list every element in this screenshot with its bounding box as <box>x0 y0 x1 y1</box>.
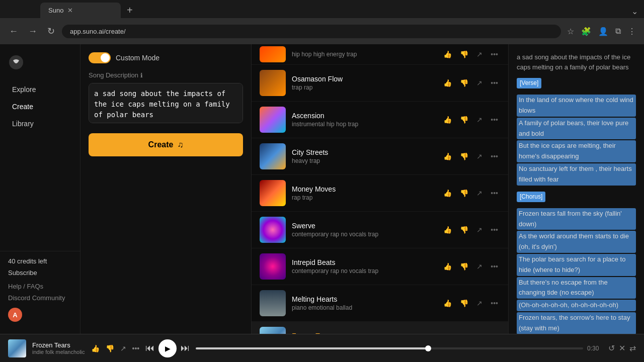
player-controls: ⏮ ▶ ⏭ <box>145 339 190 357</box>
browser-actions: ☆ 🧩 👤 ⧉ ⋮ <box>565 25 638 38</box>
time-display: 0:30 <box>587 345 602 352</box>
player-like-button[interactable]: 👍 <box>91 344 100 352</box>
progress-bar[interactable] <box>196 347 583 349</box>
song-description-textarea[interactable]: a sad song about the impacts of the ice … <box>89 83 243 123</box>
tab-expand-button[interactable]: ⌄ <box>625 5 644 18</box>
profile-button[interactable]: 👤 <box>596 25 610 38</box>
lyrics-line: In the land of snow where the cold wind … <box>517 95 636 117</box>
player-share-button[interactable]: ↗ <box>120 344 126 352</box>
browser-tab-active[interactable]: Suno ✕ <box>40 3 121 18</box>
more-button[interactable]: ••• <box>489 260 500 273</box>
more-button[interactable]: ••• <box>489 297 500 309</box>
new-tab-button[interactable]: + <box>121 3 139 18</box>
dislike-button[interactable]: 👎 <box>458 150 470 162</box>
lyrics-line: But there's no escape from the changing … <box>517 277 636 299</box>
browser-toolbar: ← → ↻ ☆ 🧩 👤 ⧉ ⋮ <box>0 18 644 44</box>
share-button[interactable]: ↗ <box>474 297 485 309</box>
like-button[interactable]: 👍 <box>441 114 454 126</box>
list-item[interactable]: Ascension instrumental hip hop trap 👍 👎 … <box>252 102 508 138</box>
list-item[interactable]: Frozen Tears indie folk melancholic 👍 👎 … <box>252 322 508 334</box>
like-button[interactable]: 👍 <box>441 187 454 199</box>
more-button[interactable]: ••• <box>489 48 500 60</box>
more-button[interactable]: ••• <box>489 150 500 162</box>
sidebar-item-create[interactable]: Create <box>4 99 76 115</box>
sidebar: Explore Create Library 40 credits left S… <box>0 44 80 334</box>
lyrics-line: Frozen tears fall from the sky (fallin' … <box>517 208 636 230</box>
list-item[interactable]: Osamason Flow trap rap 👍 👎 ↗ ••• <box>252 65 508 102</box>
sidebar-item-library[interactable]: Library <box>4 116 76 132</box>
custom-mode-row: Custom Mode <box>89 52 243 63</box>
song-title: Melting Hearts <box>292 295 435 303</box>
song-title: Money Moves <box>292 185 435 193</box>
like-button[interactable]: 👍 <box>441 77 454 89</box>
player-shuffle-button[interactable]: ⇄ <box>629 343 636 353</box>
split-view-button[interactable]: ⧉ <box>613 25 623 38</box>
like-button[interactable]: 👍 <box>441 150 454 162</box>
create-label: Create <box>12 103 33 111</box>
list-item[interactable]: Intrepid Beats contemporary rap no vocal… <box>252 248 508 285</box>
bookmark-button[interactable]: ☆ <box>565 25 576 38</box>
like-button[interactable]: 👍 <box>441 224 454 236</box>
dislike-button[interactable]: 👎 <box>458 77 470 89</box>
help-link[interactable]: Help / FAQs <box>8 283 72 290</box>
dislike-button[interactable]: 👎 <box>458 224 470 236</box>
subscribe-button[interactable]: Subscribe <box>8 269 72 277</box>
like-button[interactable]: 👍 <box>441 297 454 309</box>
library-label: Library <box>12 120 34 128</box>
dislike-button[interactable]: 👎 <box>458 48 470 60</box>
list-item[interactable]: City Streets heavy trap 👍 👎 ↗ ••• <box>252 138 508 175</box>
tab-close-button[interactable]: ✕ <box>67 7 73 14</box>
player-play-button[interactable]: ▶ <box>158 339 177 357</box>
share-button[interactable]: ↗ <box>474 150 485 162</box>
more-button[interactable]: ••• <box>489 187 500 199</box>
extensions-button[interactable]: 🧩 <box>579 25 593 38</box>
back-button[interactable]: ← <box>6 24 21 39</box>
toggle-knob <box>101 53 110 62</box>
list-item[interactable]: hip hop high energy trap 👍 👎 ↗ ••• <box>252 44 508 65</box>
tab-title: Suno <box>48 7 63 14</box>
dislike-button[interactable]: 👎 <box>458 114 470 126</box>
dislike-button[interactable]: 👎 <box>458 187 470 199</box>
player-close-button[interactable]: ✕ <box>619 343 625 353</box>
dislike-button[interactable]: 👎 <box>458 297 470 309</box>
share-button[interactable]: ↗ <box>474 77 485 89</box>
create-button[interactable]: Create ♫ <box>89 133 243 156</box>
song-actions: 👍 👎 ↗ ••• <box>441 77 500 89</box>
lyrics-line: No sanctuary left for them , their heart… <box>517 163 636 186</box>
song-thumbnail <box>260 217 286 243</box>
like-button[interactable]: 👍 <box>441 48 454 60</box>
more-button[interactable]: ••• <box>489 77 500 89</box>
player-prev-button[interactable]: ⏮ <box>145 343 154 353</box>
custom-mode-toggle[interactable] <box>89 52 111 63</box>
list-item[interactable]: Melting Hearts piano emotional ballad 👍 … <box>252 285 508 322</box>
share-button[interactable]: ↗ <box>474 187 485 199</box>
list-item[interactable]: Money Moves rap trap 👍 👎 ↗ ••• <box>252 175 508 212</box>
progress-area: 0:30 <box>196 345 602 352</box>
song-info: hip hop high energy trap <box>292 51 435 58</box>
avatar[interactable]: A <box>8 308 22 322</box>
song-info: Ascension instrumental hip hop trap <box>292 112 435 128</box>
lyrics-line: (Oh-oh-oh-oh-oh, oh-oh-oh-oh-oh) <box>517 300 636 311</box>
refresh-button[interactable]: ↻ <box>44 24 58 39</box>
more-button[interactable]: ••• <box>489 114 500 126</box>
dislike-button[interactable]: 👎 <box>458 260 470 273</box>
share-button[interactable]: ↗ <box>474 48 485 60</box>
info-icon: ℹ <box>140 72 143 79</box>
more-button[interactable]: ••• <box>489 224 500 236</box>
forward-button[interactable]: → <box>25 24 40 39</box>
sidebar-item-explore[interactable]: Explore <box>4 81 76 98</box>
explore-label: Explore <box>12 85 36 94</box>
address-bar[interactable] <box>62 25 561 38</box>
player-loop-button[interactable]: ↺ <box>608 343 615 353</box>
browser-tabs: Suno ✕ + ⌄ <box>0 0 644 18</box>
player-more-button[interactable]: ••• <box>132 344 140 352</box>
share-button[interactable]: ↗ <box>474 260 485 273</box>
like-button[interactable]: 👍 <box>441 260 454 273</box>
share-button[interactable]: ↗ <box>474 114 485 126</box>
player-next-button[interactable]: ⏭ <box>181 343 190 353</box>
player-dislike-button[interactable]: 👎 <box>106 344 114 352</box>
menu-button[interactable]: ⋮ <box>626 25 638 38</box>
list-item[interactable]: Swerve contemporary rap no vocals trap 👍… <box>252 212 508 248</box>
share-button[interactable]: ↗ <box>474 224 485 236</box>
discord-link[interactable]: Discord Community <box>8 294 72 302</box>
